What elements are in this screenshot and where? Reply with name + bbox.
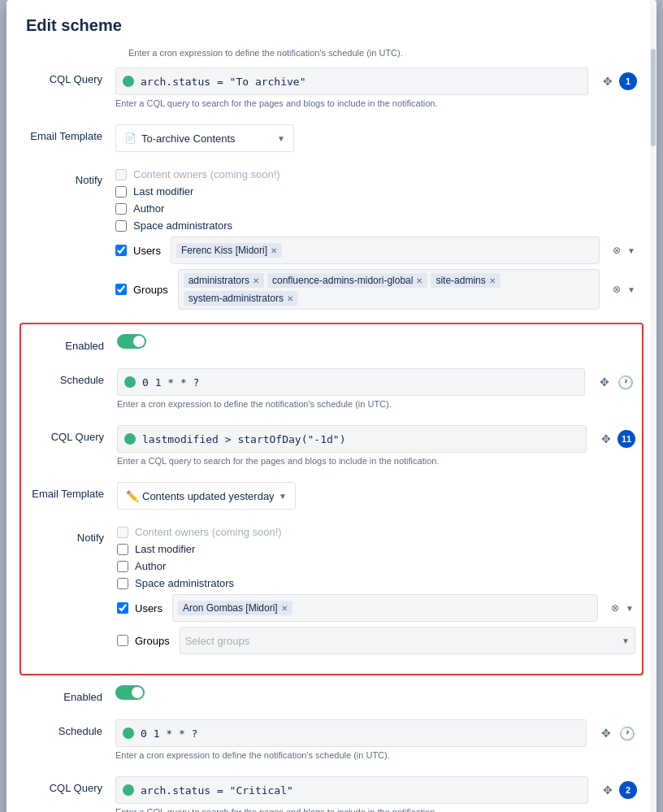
highlighted-cql-label: CQL Query: [28, 425, 117, 443]
highlighted-email-template-select[interactable]: ✏️ Contents updated yesterday ▼: [117, 482, 296, 510]
highlighted-last-modifier-checkbox[interactable]: [117, 544, 128, 555]
top-groups-tag-1-remove[interactable]: ✕: [253, 276, 259, 285]
top-groups-tag-2-remove[interactable]: ✕: [416, 276, 422, 285]
highlighted-groups-label: Groups: [135, 635, 170, 647]
bottom-schedule-input[interactable]: 0 1 * * ?: [115, 719, 587, 747]
bottom-enabled-toggle[interactable]: [115, 685, 145, 700]
highlighted-cql-status-dot: [124, 433, 136, 445]
highlighted-schedule-expand-icon[interactable]: ✥: [598, 374, 611, 390]
top-cql-value: arch.status = "To archive": [141, 76, 581, 88]
top-groups-tag-3-remove[interactable]: ✕: [489, 276, 496, 285]
top-notify-content: Content owners (coming soon!) Last modif…: [115, 168, 637, 310]
highlighted-schedule-value: 0 1 * * ?: [142, 376, 578, 389]
top-groups-chevron-icon[interactable]: ▼: [626, 284, 637, 296]
highlighted-users-label: Users: [135, 602, 162, 614]
highlighted-cql-input[interactable]: lastmodified > startOfDay("-1d"): [117, 425, 587, 453]
top-content-owners-checkbox[interactable]: [115, 169, 127, 180]
highlighted-content-owners-label: Content owners (coming soon!): [135, 526, 282, 538]
top-email-template-label: Email Template: [26, 124, 115, 142]
bottom-schedule-content: 0 1 * * ? ✥ 🕐 Enter a cron expression to…: [115, 719, 637, 760]
bottom-toggle-track: [115, 685, 145, 700]
top-users-tag-actions: ⊗ ▼: [611, 243, 637, 258]
highlighted-schedule-clock-icon[interactable]: 🕐: [616, 373, 635, 392]
highlighted-schedule-label: Schedule: [28, 368, 117, 386]
top-content-owners-row: Content owners (coming soon!): [115, 168, 637, 180]
top-groups-tag-2: confluence-admins-midori-global ✕: [267, 273, 427, 288]
highlighted-groups-select-chevron: ▼: [622, 636, 630, 645]
top-groups-tag-4: system-administrators ✕: [184, 291, 298, 306]
top-author-label: Author: [133, 202, 164, 215]
top-groups-tag-4-text: system-administrators: [188, 293, 284, 304]
top-users-chevron-icon[interactable]: ▼: [626, 245, 637, 257]
top-groups-tag-3: site-admins ✕: [431, 273, 500, 288]
scrollbar[interactable]: [650, 0, 656, 812]
top-groups-checkbox[interactable]: [115, 284, 127, 295]
top-cql-expand-icon[interactable]: ✥: [601, 73, 614, 89]
top-space-admins-checkbox[interactable]: [115, 220, 127, 232]
bottom-section: Enabled Schedule 0 1 * * ?: [26, 682, 637, 812]
highlighted-author-label: Author: [135, 560, 166, 572]
highlighted-space-admins-label: Space administrators: [135, 577, 234, 589]
top-last-modifier-checkbox[interactable]: [115, 186, 127, 198]
highlighted-section: Enabled Schedule 0 1 * * ?: [20, 323, 644, 675]
top-notify-row: Notify Content owners (coming soon!) Las…: [26, 165, 637, 313]
bottom-cql-value: arch.status = "Critical": [141, 784, 581, 797]
highlighted-enabled-label: Enabled: [28, 334, 117, 352]
top-last-modifier-row: Last modifier: [115, 185, 637, 198]
bottom-cql-input[interactable]: arch.status = "Critical": [115, 776, 588, 804]
highlighted-groups-checkbox[interactable]: [117, 635, 128, 646]
top-groups-tag-3-text: site-admins: [436, 275, 485, 286]
bottom-cql-row: CQL Query arch.status = "Critical" ✥ 2 E…: [26, 773, 637, 812]
highlighted-content-owners-checkbox[interactable]: [117, 527, 128, 538]
top-users-checkbox[interactable]: [115, 245, 127, 256]
top-groups-tag-container[interactable]: administrators ✕ confluence-admins-midor…: [178, 269, 600, 310]
highlighted-cql-value: lastmodified > startOfDay("-1d"): [142, 433, 579, 445]
top-users-tag-1: Ferenc Kiss [Midori] ✕: [176, 243, 282, 258]
highlighted-cql-hint: Enter a CQL query to search for the page…: [117, 456, 635, 466]
highlighted-schedule-status-dot: [124, 376, 136, 388]
highlighted-email-template-row: Email Template ✏️ Contents updated yeste…: [28, 479, 635, 513]
bottom-schedule-expand-icon[interactable]: ✥: [600, 725, 613, 741]
top-section: Enter a cron expression to define the no…: [26, 48, 637, 313]
top-cql-label: CQL Query: [26, 67, 115, 85]
bottom-schedule-hint: Enter a cron expression to define the no…: [115, 750, 637, 760]
bottom-cql-content: arch.status = "Critical" ✥ 2 Enter a CQL…: [115, 776, 637, 812]
top-cql-hint: Enter a CQL query to search for the page…: [115, 98, 637, 108]
top-users-clear-icon[interactable]: ⊗: [611, 243, 622, 258]
bottom-schedule-clock-icon[interactable]: 🕐: [618, 724, 637, 743]
highlighted-groups-placeholder: Select groups: [185, 635, 250, 647]
top-email-template-select[interactable]: 📄 To-archive Contents ▼: [115, 124, 294, 152]
highlighted-enabled-toggle[interactable]: [117, 334, 146, 349]
highlighted-users-tag-1-text: Aron Gombas [Midori]: [183, 602, 278, 614]
highlighted-author-checkbox[interactable]: [117, 561, 128, 572]
bottom-schedule-value: 0 1 * * ?: [141, 727, 579, 740]
top-groups-clear-icon[interactable]: ⊗: [611, 282, 622, 297]
highlighted-users-tag-1: Aron Gombas [Midori] ✕: [178, 601, 292, 615]
top-groups-tag-4-remove[interactable]: ✕: [287, 294, 293, 303]
top-content-owners-label: Content owners (coming soon!): [133, 168, 280, 180]
highlighted-schedule-input[interactable]: 0 1 * * ?: [117, 368, 585, 396]
highlighted-last-modifier-row: Last modifier: [117, 543, 635, 555]
bottom-cql-expand-icon[interactable]: ✥: [601, 782, 614, 798]
bottom-cql-status-dot: [123, 784, 134, 796]
highlighted-users-chevron-icon[interactable]: ▼: [624, 602, 635, 614]
top-space-admins-label: Space administrators: [133, 219, 232, 232]
top-users-tag-container[interactable]: Ferenc Kiss [Midori] ✕: [171, 237, 600, 264]
highlighted-groups-select[interactable]: Select groups ▼: [180, 627, 635, 654]
bottom-enabled-content: [115, 685, 637, 702]
highlighted-users-row: Users Aron Gombas [Midori] ✕ ⊗ ▼: [117, 594, 635, 622]
highlighted-toggle-track: [117, 334, 146, 349]
top-cql-input[interactable]: arch.status = "To archive": [115, 67, 588, 95]
highlighted-users-clear-icon[interactable]: ⊗: [609, 601, 621, 615]
top-groups-row: Groups administrators ✕ confluence-admin…: [115, 269, 637, 310]
highlighted-users-tag-1-remove[interactable]: ✕: [281, 604, 288, 613]
highlighted-space-admins-checkbox[interactable]: [117, 578, 128, 589]
highlighted-cql-expand-icon[interactable]: ✥: [600, 431, 613, 447]
top-groups-tag-2-text: confluence-admins-midori-global: [272, 275, 413, 286]
highlighted-users-tag-container[interactable]: Aron Gombas [Midori] ✕: [172, 594, 598, 622]
top-author-checkbox[interactable]: [115, 203, 127, 215]
highlighted-schedule-hint: Enter a cron expression to define the no…: [117, 399, 635, 409]
top-users-tag-1-remove[interactable]: ✕: [271, 246, 277, 255]
top-email-template-doc-icon: 📄: [124, 132, 136, 144]
highlighted-users-checkbox[interactable]: [117, 602, 128, 614]
